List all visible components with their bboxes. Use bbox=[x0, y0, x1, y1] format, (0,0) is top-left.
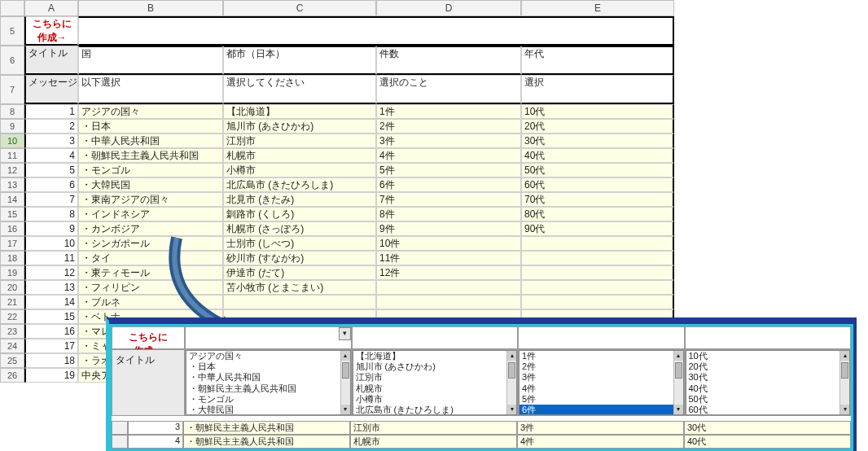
ov-a[interactable]: 4 bbox=[128, 435, 183, 449]
row-header-20[interactable]: 20 bbox=[0, 280, 24, 295]
ov-d[interactable]: 4件 bbox=[517, 435, 684, 449]
cell-A26[interactable]: 19 bbox=[24, 368, 78, 383]
list-item[interactable]: 旭川市 (あさひかわ) bbox=[353, 361, 517, 372]
cell-B19[interactable]: ・東ティモール bbox=[78, 265, 223, 280]
cell-C16[interactable]: 札幌市 (さっぽろ) bbox=[223, 221, 376, 236]
cell-B6[interactable]: 国 bbox=[78, 46, 223, 75]
cell-C14[interactable]: 北見市 (きたみ) bbox=[223, 192, 376, 207]
cell-C13[interactable]: 北広島市 (きたひろしま) bbox=[223, 177, 376, 192]
cell-E19[interactable] bbox=[521, 265, 674, 280]
scroll-up-icon[interactable]: ▴ bbox=[341, 351, 350, 361]
list-item[interactable]: 5件 bbox=[519, 394, 683, 405]
corner-cell[interactable] bbox=[0, 0, 24, 16]
cell-B20[interactable]: ・フィリピン bbox=[78, 280, 223, 295]
cell-C7[interactable]: 選択してください bbox=[223, 75, 376, 104]
cell-B14[interactable]: ・東南アジアの国々 bbox=[78, 192, 223, 207]
cell-A21[interactable]: 14 bbox=[24, 295, 78, 309]
cell-D12[interactable]: 5件 bbox=[376, 163, 521, 177]
row-header-23[interactable]: 23 bbox=[0, 324, 24, 339]
cell-B11[interactable]: ・朝鮮民主主義人民共和国 bbox=[78, 148, 223, 163]
cell-A22[interactable]: 15 bbox=[24, 309, 78, 324]
cell-D16[interactable]: 9件 bbox=[376, 221, 521, 236]
ov-a5[interactable]: こちらに 作成→ bbox=[112, 326, 185, 349]
cell-E10[interactable]: 30代 bbox=[521, 134, 674, 148]
cell-C15[interactable]: 釧路市 (くしろ) bbox=[223, 207, 376, 221]
row-header-8[interactable]: 8 bbox=[0, 104, 24, 119]
scroll-up-icon[interactable]: ▴ bbox=[840, 351, 849, 361]
list-item[interactable]: 10代 bbox=[686, 351, 850, 361]
ov-c[interactable]: 江別市 bbox=[350, 421, 517, 435]
cell-A10[interactable]: 3 bbox=[24, 134, 78, 148]
cell-D21[interactable] bbox=[376, 295, 521, 309]
list-item[interactable]: 30代 bbox=[686, 372, 850, 383]
row-header-19[interactable]: 19 bbox=[0, 265, 24, 280]
cell-A13[interactable]: 6 bbox=[24, 177, 78, 192]
cell-B17[interactable]: ・シンガポール bbox=[78, 236, 223, 251]
cell-E16[interactable]: 90代 bbox=[521, 221, 674, 236]
list-item[interactable]: ・中華人民共和国 bbox=[186, 372, 350, 383]
cell-D8[interactable]: 1件 bbox=[376, 104, 521, 119]
row-header-18[interactable]: 18 bbox=[0, 251, 24, 265]
cell-B18[interactable]: ・タイ bbox=[78, 251, 223, 265]
row-header-25[interactable]: 25 bbox=[0, 353, 24, 368]
ov-b[interactable]: ・朝鮮民主主義人民共和国 bbox=[183, 421, 350, 435]
cell-D15[interactable]: 8件 bbox=[376, 207, 521, 221]
ov-e[interactable]: 40代 bbox=[684, 435, 851, 449]
dropdown-button-icon[interactable]: ▾ bbox=[339, 327, 351, 340]
list-item[interactable]: 40代 bbox=[686, 383, 850, 394]
cell-B12[interactable]: ・モンゴル bbox=[78, 163, 223, 177]
cell-A15[interactable]: 8 bbox=[24, 207, 78, 221]
cell-D9[interactable]: 2件 bbox=[376, 119, 521, 134]
col-header-A[interactable]: A bbox=[24, 0, 78, 16]
cell-C17[interactable]: 士別市 (しべつ) bbox=[223, 236, 376, 251]
cell-B15[interactable]: ・インドネシア bbox=[78, 207, 223, 221]
cell-D11[interactable]: 4件 bbox=[376, 148, 521, 163]
list-item[interactable]: 北広島市 (きたひろしま) bbox=[353, 405, 517, 415]
listbox-country[interactable]: アジアの国々・日本・中華人民共和国・朝鮮民主主義人民共和国・モンゴル・大韓民国・… bbox=[186, 350, 351, 415]
row-header-22[interactable]: 22 bbox=[0, 309, 24, 324]
listbox-age[interactable]: 10代20代30代40代50代60代70代80代▴▾ bbox=[686, 350, 851, 415]
cell-D6[interactable]: 件数 bbox=[376, 46, 521, 75]
cell-E15[interactable]: 80代 bbox=[521, 207, 674, 221]
list-item[interactable]: ・大韓民国 bbox=[186, 405, 350, 415]
scroll-thumb[interactable] bbox=[675, 362, 682, 379]
scrollbar[interactable]: ▴▾ bbox=[673, 351, 683, 414]
merged-B5E5[interactable] bbox=[78, 16, 674, 46]
cell-A7[interactable]: メッセージ bbox=[24, 75, 78, 104]
cell-A25[interactable]: 18 bbox=[24, 353, 78, 368]
listbox-city[interactable]: 【北海道】旭川市 (あさひかわ)江別市札幌市小樽市北広島市 (きたひろしま)北見… bbox=[353, 350, 518, 415]
scroll-thumb[interactable] bbox=[841, 362, 848, 379]
cell-C6[interactable]: 都市（日本） bbox=[223, 46, 376, 75]
row-header-24[interactable]: 24 bbox=[0, 339, 24, 353]
cell-E21[interactable] bbox=[521, 295, 674, 309]
cell-A24[interactable]: 17 bbox=[24, 339, 78, 353]
cell-A23[interactable]: 16 bbox=[24, 324, 78, 339]
ov-rownum[interactable] bbox=[112, 435, 128, 449]
scroll-thumb[interactable] bbox=[342, 362, 349, 379]
cell-A16[interactable]: 9 bbox=[24, 221, 78, 236]
ov-b5-active[interactable]: ▾ bbox=[185, 326, 352, 349]
scrollbar[interactable]: ▴▾ bbox=[840, 351, 849, 414]
row-header-14[interactable]: 14 bbox=[0, 192, 24, 207]
scroll-up-icon[interactable]: ▴ bbox=[507, 351, 516, 361]
cell-D20[interactable] bbox=[376, 280, 521, 295]
row-header-6[interactable]: 6 bbox=[0, 46, 24, 75]
ov-c[interactable]: 札幌市 bbox=[350, 435, 517, 449]
ov-title-label[interactable]: タイトル bbox=[112, 349, 185, 416]
cell-C11[interactable]: 札幌市 bbox=[223, 148, 376, 163]
cell-B8[interactable]: アジアの国々 bbox=[78, 104, 223, 119]
cell-B9[interactable]: ・日本 bbox=[78, 119, 223, 134]
cell-A8[interactable]: 1 bbox=[24, 104, 78, 119]
cell-A20[interactable]: 13 bbox=[24, 280, 78, 295]
list-item[interactable]: 6件 bbox=[519, 405, 683, 415]
cell-D17[interactable]: 10件 bbox=[376, 236, 521, 251]
cell-A18[interactable]: 11 bbox=[24, 251, 78, 265]
list-item[interactable]: 4件 bbox=[519, 383, 683, 394]
ov-d[interactable]: 3件 bbox=[517, 421, 684, 435]
ov-c5[interactable] bbox=[352, 326, 519, 349]
ov-e5[interactable] bbox=[685, 326, 852, 349]
ov-e[interactable]: 30代 bbox=[684, 421, 851, 435]
cell-C18[interactable]: 砂川市 (すながわ) bbox=[223, 251, 376, 265]
cell-C21[interactable] bbox=[223, 295, 376, 309]
cell-A14[interactable]: 7 bbox=[24, 192, 78, 207]
